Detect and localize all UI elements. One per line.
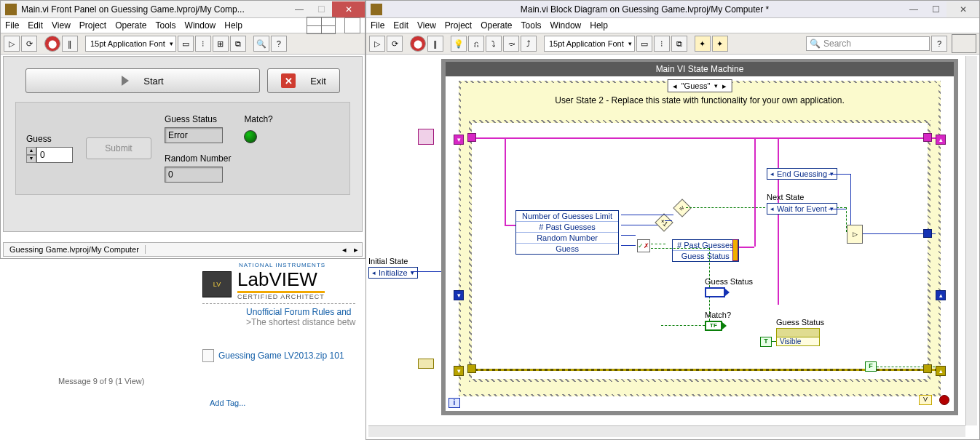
vertical-scrollbar[interactable] <box>965 56 977 425</box>
initial-state-constant[interactable]: ◂Initialize▾ <box>368 267 418 279</box>
scroll-right-icon[interactable]: ▸ <box>350 245 362 255</box>
exit-button[interactable]: ✕ Exit <box>267 68 340 93</box>
menu-window[interactable]: Window <box>550 20 582 31</box>
run-continuous-button[interactable]: ⟳ <box>387 36 403 52</box>
random-number-indicator: 0 <box>165 167 223 183</box>
select-node[interactable]: ▷ <box>847 225 863 244</box>
block-diagram-menubar: File Edit View Project Operate Tools Win… <box>366 18 979 33</box>
play-icon <box>122 76 129 86</box>
block-diagram-canvas[interactable]: Initial State ◂Initialize▾ Main VI State… <box>368 56 977 437</box>
unbundle-by-name[interactable]: Number of Guesses Limit # Past Guesses R… <box>515 210 619 255</box>
close-button[interactable]: ✕ <box>947 1 979 17</box>
font-select[interactable]: 15pt Application Font <box>544 36 635 52</box>
unbundle-item[interactable]: Random Number <box>516 232 618 243</box>
bundle-by-name[interactable]: # Past Guesses Guess Status <box>672 239 739 262</box>
menu-file[interactable]: File <box>5 20 19 31</box>
property-item[interactable]: Visible <box>777 337 819 345</box>
stop-terminal[interactable] <box>939 395 949 405</box>
next-state-constant[interactable]: ◂Wait for Event▾ <box>767 203 837 215</box>
highlight-execution-button[interactable]: 💡 <box>451 36 467 52</box>
horizontal-scrollbar[interactable] <box>368 425 965 437</box>
false-constant[interactable]: F <box>865 361 877 372</box>
add-tag-link[interactable]: Add Tag... <box>210 399 245 407</box>
abort-button[interactable]: ⬤ <box>410 36 426 52</box>
end-guessing-constant[interactable]: ◂End Guessing▾ <box>767 168 837 180</box>
property-node[interactable]: Visible <box>776 328 820 346</box>
menu-help[interactable]: Help <box>224 20 242 31</box>
align-button[interactable]: ▭ <box>636 36 652 52</box>
guess-value[interactable]: 0 <box>36 147 73 163</box>
start-button[interactable]: Start <box>25 68 260 93</box>
front-panel-titlebar[interactable]: Main.vi Front Panel on Guessing Game.lvp… <box>1 1 365 18</box>
vi-icon-pane[interactable] <box>952 34 976 53</box>
reorder-button[interactable]: ⧉ <box>230 36 246 52</box>
case-selector[interactable]: ◂"Guess"▾▸ <box>668 79 732 92</box>
match-terminal[interactable]: TF <box>705 321 722 331</box>
menu-tools[interactable]: Tools <box>156 20 176 31</box>
submit-button[interactable]: Submit <box>86 137 151 159</box>
increment-node[interactable]: +1 <box>655 213 673 231</box>
variant-node[interactable]: V <box>919 395 932 405</box>
close-button[interactable]: ✕ <box>332 1 365 17</box>
menu-operate[interactable]: Operate <box>481 20 512 31</box>
guess-status-terminal[interactable] <box>705 287 725 297</box>
menu-file[interactable]: File <box>371 20 384 31</box>
retain-wire-button[interactable]: ⎌ <box>468 36 484 52</box>
run-button[interactable]: ▷ <box>4 36 20 52</box>
help-icon[interactable]: ? <box>271 36 287 52</box>
search-input[interactable]: 🔍 Search <box>806 36 930 51</box>
unbundle-item[interactable]: Guess <box>516 243 618 254</box>
menu-project[interactable]: Project <box>79 20 106 31</box>
pause-button[interactable]: ‖ <box>62 36 78 52</box>
align-button[interactable]: ▭ <box>178 36 194 52</box>
distribute-button[interactable]: ⁝ <box>654 36 670 52</box>
maximize-button[interactable]: ☐ <box>310 1 332 17</box>
step-over-button[interactable]: ⤼ <box>503 36 519 52</box>
unbundle-item[interactable]: # Past Guesses <box>516 221 618 232</box>
distribute-button[interactable]: ⁝ <box>195 36 211 52</box>
attachment-link[interactable]: Guessing Game LV2013.zip 101 <box>218 351 344 361</box>
menu-view[interactable]: View <box>417 20 436 31</box>
step-into-button[interactable]: ⤵ <box>486 36 502 52</box>
run-continuous-button[interactable]: ⟳ <box>21 36 37 52</box>
reorder-button[interactable]: ⧉ <box>671 36 687 52</box>
help-icon[interactable]: ? <box>931 36 947 52</box>
font-select[interactable]: 15pt Application Font <box>85 36 176 52</box>
scroll-left-icon[interactable]: ◂ <box>339 245 350 255</box>
step-out-button[interactable]: ⤴ <box>521 36 537 52</box>
menu-edit[interactable]: Edit <box>28 20 43 31</box>
random-number-label: Random Number <box>165 153 231 164</box>
vi-icon-pane[interactable] <box>344 17 360 33</box>
minimize-button[interactable]: — <box>903 1 925 17</box>
maximize-button[interactable]: ☐ <box>925 1 947 17</box>
true-constant[interactable]: T <box>760 337 772 347</box>
menu-view[interactable]: View <box>52 20 71 31</box>
menu-tools[interactable]: Tools <box>521 20 542 31</box>
menu-project[interactable]: Project <box>445 20 472 31</box>
menu-help[interactable]: Help <box>590 20 608 31</box>
block-diagram-titlebar[interactable]: Main.vi Block Diagram on Guessing Game.l… <box>366 1 979 18</box>
spinner[interactable]: ▲▼ <box>26 147 36 163</box>
front-panel-canvas: Start ✕ Exit Guess ▲▼ 0 Submit Guess Sta… <box>3 56 363 232</box>
project-path[interactable]: Guessing Game.lvproj/My Computer <box>4 245 146 254</box>
compare-subvi[interactable]: ✓✗ <box>637 239 650 252</box>
pause-button[interactable]: ‖ <box>427 36 443 52</box>
grid-icon[interactable] <box>307 17 336 34</box>
minimize-button[interactable]: — <box>288 1 310 17</box>
menu-edit[interactable]: Edit <box>393 20 408 31</box>
unbundle-item[interactable]: Number of Guesses Limit <box>516 211 618 221</box>
menu-window[interactable]: Window <box>185 20 216 31</box>
forum-rules-link[interactable]: Unofficial Forum Rules and <box>246 307 355 317</box>
bundle-item[interactable]: Guess Status <box>673 250 738 261</box>
run-button[interactable]: ▷ <box>369 36 385 52</box>
cleanup-button[interactable]: ✦ <box>695 36 711 52</box>
search-icon[interactable]: 🔍 <box>253 36 269 52</box>
greater-equal-node[interactable]: ≥ <box>673 199 691 217</box>
search-placeholder: Search <box>823 39 851 49</box>
resize-button[interactable]: ⊞ <box>213 36 229 52</box>
abort-button[interactable]: ⬤ <box>44 36 60 52</box>
menu-operate[interactable]: Operate <box>115 20 146 31</box>
guess-numeric-control[interactable]: ▲▼ 0 <box>26 147 73 163</box>
front-panel-window: Main.vi Front Panel on Guessing Game.lvp… <box>0 0 365 259</box>
cleanup2-button[interactable]: ✦ <box>712 36 728 52</box>
